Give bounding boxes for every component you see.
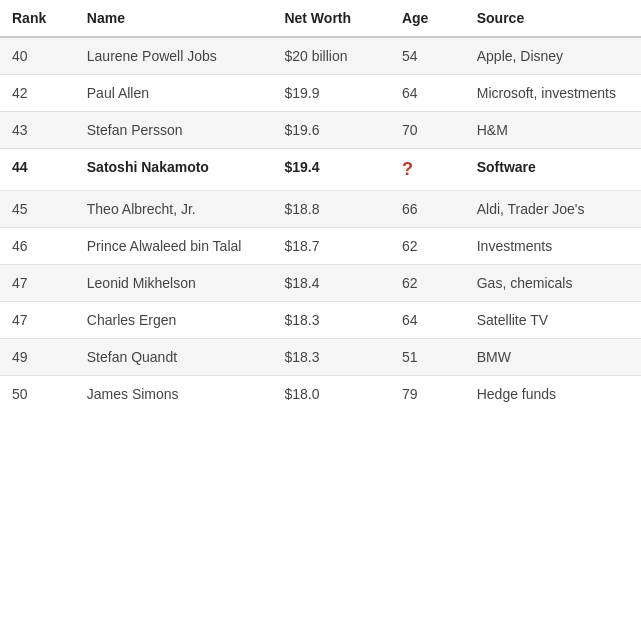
cell-rank: 44 — [0, 149, 75, 190]
header-source: Source — [465, 0, 641, 37]
cell-name: Stefan Persson — [75, 112, 273, 148]
cell-networth: $19.6 — [272, 112, 390, 148]
cell-networth: $20 billion — [272, 37, 390, 74]
wealth-table-container: Rank Name Net Worth Age Source 40Laurene… — [0, 0, 641, 412]
cell-name: Theo Albrecht, Jr. — [75, 191, 273, 227]
cell-rank: 43 — [0, 112, 75, 148]
cell-age: 64 — [390, 75, 465, 111]
cell-name: Satoshi Nakamoto — [75, 149, 273, 190]
cell-rank: 50 — [0, 376, 75, 412]
cell-name: Paul Allen — [75, 75, 273, 111]
cell-source: Gas, chemicals — [465, 265, 641, 301]
cell-age: 70 — [390, 112, 465, 148]
cell-networth: $18.3 — [272, 302, 390, 338]
cell-name: Prince Alwaleed bin Talal — [75, 228, 273, 264]
cell-name: Laurene Powell Jobs — [75, 37, 273, 74]
table-row: 42Paul Allen$19.964Microsoft, investment… — [0, 75, 641, 111]
cell-name: Charles Ergen — [75, 302, 273, 338]
cell-networth: $19.4 — [272, 149, 390, 190]
cell-rank: 46 — [0, 228, 75, 264]
cell-networth: $19.9 — [272, 75, 390, 111]
cell-age: 79 — [390, 376, 465, 412]
table-header-row: Rank Name Net Worth Age Source — [0, 0, 641, 37]
header-networth: Net Worth — [272, 0, 390, 37]
table-row: 44Satoshi Nakamoto$19.4?Software — [0, 149, 641, 190]
cell-name: Stefan Quandt — [75, 339, 273, 375]
table-row: 47Charles Ergen$18.364Satellite TV — [0, 302, 641, 338]
cell-age: 54 — [390, 37, 465, 74]
cell-rank: 45 — [0, 191, 75, 227]
table-row: 43Stefan Persson$19.670H&M — [0, 112, 641, 148]
cell-source: BMW — [465, 339, 641, 375]
cell-name: James Simons — [75, 376, 273, 412]
header-rank: Rank — [0, 0, 75, 37]
cell-age: 62 — [390, 228, 465, 264]
table-row: 46Prince Alwaleed bin Talal$18.762Invest… — [0, 228, 641, 264]
cell-source: Satellite TV — [465, 302, 641, 338]
cell-source: Microsoft, investments — [465, 75, 641, 111]
cell-age: 51 — [390, 339, 465, 375]
cell-networth: $18.0 — [272, 376, 390, 412]
cell-rank: 42 — [0, 75, 75, 111]
table-row: 47Leonid Mikhelson$18.462Gas, chemicals — [0, 265, 641, 301]
table-row: 40Laurene Powell Jobs$20 billion54Apple,… — [0, 37, 641, 74]
cell-source: Software — [465, 149, 641, 190]
cell-rank: 49 — [0, 339, 75, 375]
cell-age: ? — [390, 149, 465, 190]
cell-source: Aldi, Trader Joe's — [465, 191, 641, 227]
wealth-table: Rank Name Net Worth Age Source 40Laurene… — [0, 0, 641, 412]
cell-source: Hedge funds — [465, 376, 641, 412]
cell-rank: 47 — [0, 265, 75, 301]
table-row: 45Theo Albrecht, Jr.$18.866Aldi, Trader … — [0, 191, 641, 227]
cell-networth: $18.7 — [272, 228, 390, 264]
cell-networth: $18.3 — [272, 339, 390, 375]
cell-source: H&M — [465, 112, 641, 148]
cell-source: Investments — [465, 228, 641, 264]
cell-networth: $18.4 — [272, 265, 390, 301]
cell-age: 62 — [390, 265, 465, 301]
table-row: 49Stefan Quandt$18.351BMW — [0, 339, 641, 375]
header-age: Age — [390, 0, 465, 37]
cell-name: Leonid Mikhelson — [75, 265, 273, 301]
table-row: 50James Simons$18.079Hedge funds — [0, 376, 641, 412]
cell-age: 64 — [390, 302, 465, 338]
cell-source: Apple, Disney — [465, 37, 641, 74]
cell-rank: 47 — [0, 302, 75, 338]
header-name: Name — [75, 0, 273, 37]
cell-age: 66 — [390, 191, 465, 227]
cell-rank: 40 — [0, 37, 75, 74]
cell-networth: $18.8 — [272, 191, 390, 227]
